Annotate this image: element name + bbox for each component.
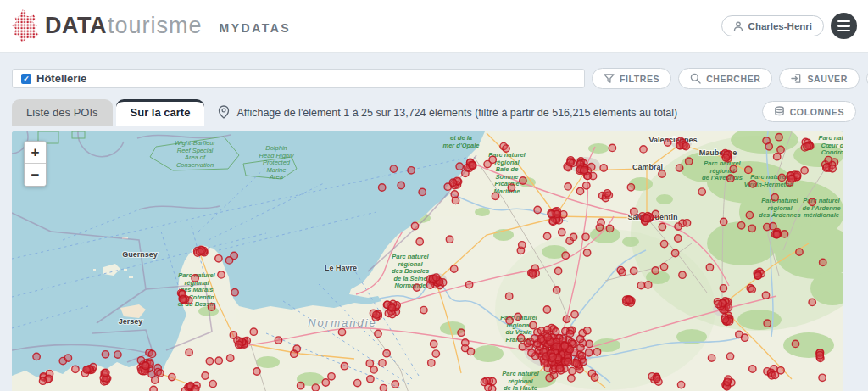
poi-marker[interactable] bbox=[253, 368, 260, 375]
poi-marker[interactable] bbox=[659, 170, 665, 177]
poi-marker[interactable] bbox=[609, 144, 615, 151]
poi-marker[interactable] bbox=[367, 376, 374, 383]
zoom-out-button[interactable]: − bbox=[25, 164, 46, 186]
poi-marker[interactable] bbox=[554, 210, 560, 217]
poi-marker[interactable] bbox=[392, 381, 398, 388]
poi-marker[interactable] bbox=[820, 259, 826, 265]
poi-marker[interactable] bbox=[679, 271, 686, 278]
poi-marker[interactable] bbox=[379, 360, 386, 366]
poi-marker[interactable] bbox=[582, 233, 589, 240]
poi-marker[interactable] bbox=[192, 385, 199, 391]
poi-marker[interactable] bbox=[506, 293, 513, 299]
poi-marker[interactable] bbox=[604, 190, 610, 197]
poi-marker[interactable] bbox=[562, 252, 569, 259]
poi-marker[interactable] bbox=[708, 355, 715, 361]
poi-marker[interactable] bbox=[196, 249, 203, 255]
poi-marker[interactable] bbox=[338, 328, 345, 335]
poi-marker[interactable] bbox=[231, 252, 237, 259]
poi-marker[interactable] bbox=[503, 145, 509, 152]
poi-marker[interactable] bbox=[721, 218, 727, 225]
poi-marker[interactable] bbox=[420, 306, 427, 313]
poi-marker[interactable] bbox=[390, 165, 397, 172]
poi-marker[interactable] bbox=[33, 353, 40, 360]
poi-marker[interactable] bbox=[645, 282, 652, 288]
poi-marker[interactable] bbox=[565, 183, 571, 190]
poi-marker[interactable] bbox=[792, 340, 798, 347]
poi-marker[interactable] bbox=[103, 369, 109, 376]
poi-marker[interactable] bbox=[433, 274, 440, 281]
poi-marker[interactable] bbox=[675, 235, 682, 242]
poi-marker[interactable] bbox=[569, 367, 576, 374]
poi-marker[interactable] bbox=[529, 270, 536, 276]
poi-marker[interactable] bbox=[192, 275, 198, 282]
poi-marker[interactable] bbox=[762, 292, 769, 299]
poi-marker[interactable] bbox=[419, 188, 426, 195]
poi-marker[interactable] bbox=[72, 366, 79, 372]
poi-marker[interactable] bbox=[519, 344, 526, 350]
poi-marker[interactable] bbox=[801, 167, 808, 174]
poi-marker[interactable] bbox=[682, 142, 689, 149]
poi-marker[interactable] bbox=[631, 208, 637, 215]
poi-marker[interactable] bbox=[581, 166, 587, 173]
poi-marker[interactable] bbox=[559, 229, 565, 236]
poi-marker[interactable] bbox=[215, 357, 222, 364]
poi-marker[interactable] bbox=[370, 366, 377, 373]
poi-marker[interactable] bbox=[39, 377, 46, 384]
poi-marker[interactable] bbox=[541, 360, 548, 366]
poi-marker[interactable] bbox=[506, 317, 513, 324]
poi-marker[interactable] bbox=[458, 329, 465, 336]
poi-marker[interactable] bbox=[640, 146, 647, 153]
poi-marker[interactable] bbox=[519, 242, 526, 249]
poi-marker[interactable] bbox=[787, 175, 794, 182]
chip-checkbox[interactable]: ✓ bbox=[21, 74, 31, 84]
poi-marker[interactable] bbox=[652, 267, 659, 274]
poi-marker[interactable] bbox=[250, 328, 257, 335]
poi-marker[interactable] bbox=[774, 154, 781, 160]
poi-marker[interactable] bbox=[218, 271, 225, 278]
poi-marker[interactable] bbox=[737, 222, 744, 229]
poi-marker[interactable] bbox=[534, 206, 541, 213]
poi-marker[interactable] bbox=[730, 165, 737, 172]
poi-marker[interactable] bbox=[764, 320, 771, 327]
poi-marker[interactable] bbox=[819, 374, 826, 381]
chercher-button[interactable]: CHERCHER bbox=[678, 68, 772, 89]
poi-marker[interactable] bbox=[102, 351, 108, 358]
poi-marker[interactable] bbox=[746, 211, 753, 218]
poi-marker[interactable] bbox=[643, 215, 650, 221]
poi-marker[interactable] bbox=[398, 182, 404, 188]
poi-marker[interactable] bbox=[413, 284, 420, 291]
poi-marker[interactable] bbox=[715, 300, 721, 307]
poi-marker[interactable] bbox=[543, 232, 550, 239]
poi-marker[interactable] bbox=[215, 255, 222, 262]
poi-marker[interactable] bbox=[528, 349, 535, 356]
tab-liste-des-pois[interactable]: Liste des POIs bbox=[12, 99, 113, 126]
poi-marker[interactable] bbox=[411, 222, 418, 229]
poi-marker[interactable] bbox=[544, 327, 551, 333]
poi-marker[interactable] bbox=[432, 350, 439, 357]
poi-marker[interactable] bbox=[586, 340, 593, 347]
poi-marker[interactable] bbox=[341, 363, 348, 370]
poi-marker[interactable] bbox=[675, 223, 682, 230]
poi-marker[interactable] bbox=[745, 166, 752, 173]
poi-marker[interactable] bbox=[568, 375, 575, 382]
poi-marker[interactable] bbox=[379, 184, 386, 191]
poi-marker[interactable] bbox=[660, 240, 667, 247]
poi-marker[interactable] bbox=[706, 264, 713, 271]
poi-marker[interactable] bbox=[549, 353, 556, 360]
poi-marker[interactable] bbox=[804, 143, 810, 150]
poi-marker[interactable] bbox=[771, 194, 778, 201]
poi-marker[interactable] bbox=[825, 156, 832, 163]
colonnes-button[interactable]: COLONNES bbox=[762, 101, 856, 122]
poi-marker[interactable] bbox=[180, 296, 186, 303]
poi-marker[interactable] bbox=[630, 267, 637, 274]
poi-marker[interactable] bbox=[354, 379, 361, 386]
tab-sur-la-carte[interactable]: Sur la carte bbox=[116, 99, 205, 126]
poi-marker[interactable] bbox=[573, 360, 580, 366]
poi-marker[interactable] bbox=[416, 238, 423, 245]
poi-marker[interactable] bbox=[598, 219, 604, 226]
poi-marker[interactable] bbox=[627, 184, 634, 191]
poi-marker[interactable] bbox=[556, 366, 563, 372]
poi-marker[interactable] bbox=[654, 375, 660, 382]
poi-marker[interactable] bbox=[291, 350, 298, 357]
poi-marker[interactable] bbox=[748, 225, 755, 232]
